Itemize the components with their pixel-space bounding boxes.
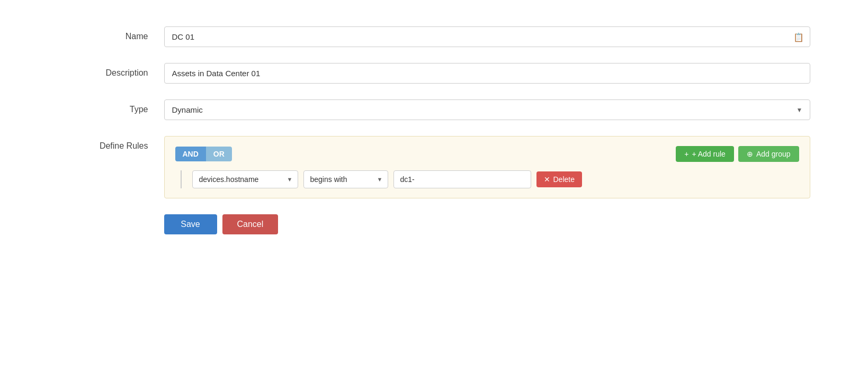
description-row: Description — [58, 63, 810, 84]
rules-field: AND OR + + Add rule ⊕ Add group — [164, 136, 810, 198]
description-input[interactable] — [164, 63, 810, 84]
form-footer: Save Cancel — [58, 214, 810, 234]
rule-row: devices.hostname devices.ip devices.os d… — [192, 170, 799, 188]
rule-operator-select[interactable]: begins with ends with contains equals no… — [303, 170, 388, 188]
description-label: Description — [58, 63, 164, 78]
add-group-button[interactable]: ⊕ Add group — [738, 146, 799, 162]
rules-actions: + + Add rule ⊕ Add group — [676, 146, 799, 162]
type-field: Dynamic Static ▼ — [164, 99, 810, 120]
save-button[interactable]: Save — [164, 214, 217, 234]
name-input-wrapper: 📋 — [164, 26, 810, 47]
cancel-button[interactable]: Cancel — [222, 214, 279, 234]
type-select-wrapper: Dynamic Static ▼ — [164, 99, 810, 120]
delete-label: Delete — [553, 175, 575, 184]
rules-body: devices.hostname devices.ip devices.os d… — [181, 170, 799, 188]
type-label: Type — [58, 99, 164, 114]
type-select[interactable]: Dynamic Static — [164, 99, 810, 120]
and-button[interactable]: AND — [175, 147, 206, 161]
description-field — [164, 63, 810, 84]
add-group-label: Add group — [756, 150, 791, 158]
name-input[interactable] — [164, 26, 810, 47]
rule-field-wrapper: devices.hostname devices.ip devices.os d… — [192, 170, 298, 188]
add-rule-label: + Add rule — [692, 150, 725, 158]
name-row: Name 📋 — [58, 26, 810, 47]
or-button[interactable]: OR — [206, 147, 232, 161]
add-rule-button[interactable]: + + Add rule — [676, 146, 734, 162]
delete-rule-button[interactable]: ✕ Delete — [536, 171, 582, 187]
rule-value-input[interactable] — [393, 170, 531, 188]
define-rules-label: Define Rules — [58, 136, 164, 151]
type-row: Type Dynamic Static ▼ — [58, 99, 810, 120]
logic-buttons: AND OR — [175, 147, 232, 161]
rule-field-select[interactable]: devices.hostname devices.ip devices.os d… — [192, 170, 298, 188]
name-list-icon: 📋 — [793, 32, 804, 42]
rule-operator-wrapper: begins with ends with contains equals no… — [303, 170, 388, 188]
add-group-icon: ⊕ — [747, 150, 753, 158]
define-rules-row: Define Rules AND OR + + Add rule — [58, 136, 810, 198]
delete-icon: ✕ — [544, 175, 550, 184]
add-rule-icon: + — [684, 150, 688, 158]
rules-header: AND OR + + Add rule ⊕ Add group — [175, 146, 799, 162]
form-container: Name 📋 Description Type Dynamic Static ▼ — [26, 16, 842, 245]
name-label: Name — [58, 26, 164, 41]
name-field: 📋 — [164, 26, 810, 47]
rules-container: AND OR + + Add rule ⊕ Add group — [164, 136, 810, 198]
